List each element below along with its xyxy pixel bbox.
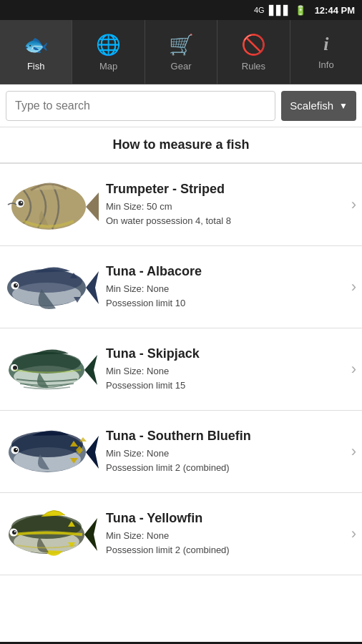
svg-point-2 — [18, 200, 23, 205]
rules-tab-icon: 🚫 — [241, 33, 266, 57]
svg-point-19 — [14, 448, 18, 452]
map-tab-icon: 🌐 — [96, 33, 121, 57]
tab-rules[interactable]: 🚫 Rules — [217, 20, 290, 84]
chevron-down-icon: ▼ — [339, 101, 348, 111]
fish-name: Trumpeter - Striped — [106, 182, 343, 197]
svg-point-8 — [14, 283, 18, 288]
fish-min-size: Min Size: None — [106, 447, 343, 461]
svg-point-26 — [14, 531, 16, 532]
list-item[interactable]: Tuna - Albacore Min Size: None Possessio… — [0, 246, 362, 328]
battery-icon: 🔋 — [295, 5, 306, 16]
fish-name: Tuna - Albacore — [106, 264, 343, 279]
svg-point-25 — [12, 530, 16, 535]
tab-info[interactable]: i Info — [290, 20, 362, 84]
fish-image-yellowfin — [0, 502, 100, 566]
fish-info-trumpeter: Trumpeter - Striped Min Size: 50 cm On w… — [100, 182, 348, 228]
fish-possession: Possession limit 10 — [106, 296, 343, 311]
list-item[interactable]: Tuna - Southern Bluefin Min Size: None P… — [0, 411, 362, 493]
list-item[interactable]: Tuna - Yellowfin Min Size: None Possessi… — [0, 493, 362, 575]
measure-banner: How to measure a fish — [0, 127, 362, 164]
dropdown-label: Scalefish — [290, 99, 333, 112]
tab-gear[interactable]: 🛒 Gear — [145, 20, 217, 84]
signal-indicator: 4G — [254, 6, 265, 14]
chevron-right-icon: › — [348, 278, 356, 296]
fish-name: Tuna - Yellowfin — [106, 511, 343, 526]
clock: 12:44 PM — [315, 5, 355, 16]
navigation-tabs: 🐟 Fish 🌐 Map 🛒 Gear 🚫 Rules i Info — [0, 20, 362, 84]
fish-info-skipjack: Tuna - Skipjack Min Size: None Possessio… — [100, 346, 348, 392]
fish-name: Tuna - Southern Bluefin — [106, 429, 343, 444]
chevron-right-icon: › — [348, 525, 356, 543]
rules-tab-label: Rules — [242, 61, 265, 72]
fish-image-trumpeter — [0, 172, 100, 237]
info-tab-icon: i — [323, 34, 328, 55]
fish-image-sbluefin — [0, 419, 100, 484]
fish-tab-icon: 🐟 — [24, 33, 49, 57]
fish-min-size: Min Size: 50 cm — [106, 200, 343, 214]
chevron-right-icon: › — [348, 442, 356, 461]
chevron-right-icon: › — [348, 195, 356, 214]
status-bar: 4G ▋▋▋ 🔋 12:44 PM — [0, 0, 362, 20]
tab-fish[interactable]: 🐟 Fish — [0, 20, 72, 84]
svg-point-6 — [11, 270, 82, 293]
fish-info-sbluefin: Tuna - Southern Bluefin Min Size: None P… — [100, 429, 348, 474]
gear-tab-label: Gear — [171, 61, 192, 72]
svg-point-14 — [13, 366, 17, 370]
search-input[interactable] — [6, 91, 275, 121]
fish-image-albacore — [0, 255, 100, 319]
svg-point-0 — [11, 184, 86, 230]
category-dropdown[interactable]: Scalefish ▼ — [281, 91, 356, 121]
fish-info-yellowfin: Tuna - Yellowfin Min Size: None Possessi… — [100, 511, 348, 557]
fish-min-size: Min Size: None — [106, 364, 343, 379]
fish-list: Trumpeter - Striped Min Size: 50 cm On w… — [0, 164, 362, 642]
svg-point-12 — [12, 352, 81, 374]
fish-tab-label: Fish — [27, 61, 45, 72]
map-tab-label: Map — [99, 61, 117, 72]
tab-map[interactable]: 🌐 Map — [72, 20, 145, 84]
fish-possession: Possession limit 2 (combined) — [106, 461, 343, 475]
fish-possession: Possession limit 2 (combined) — [106, 543, 343, 557]
list-item[interactable]: Trumpeter - Striped Min Size: 50 cm On w… — [0, 164, 362, 246]
search-bar: Scalefish ▼ — [0, 84, 362, 127]
gear-tab-icon: 🛒 — [169, 33, 194, 57]
list-item[interactable]: Tuna - Skipjack Min Size: None Possessio… — [0, 328, 362, 411]
fish-min-size: Min Size: None — [106, 529, 343, 543]
svg-point-20 — [16, 449, 17, 450]
fish-min-size: Min Size: None — [106, 282, 343, 296]
fish-name: Tuna - Skipjack — [106, 346, 343, 361]
svg-point-9 — [16, 284, 17, 286]
fish-possession: Possession limit 15 — [106, 379, 343, 393]
fish-info-albacore: Tuna - Albacore Min Size: None Possessio… — [100, 264, 348, 310]
fish-image-skipjack — [0, 337, 100, 401]
chevron-right-icon: › — [348, 360, 356, 379]
fish-possession: On water possession 4, total 8 — [106, 214, 343, 228]
info-tab-label: Info — [318, 59, 334, 70]
signal-bars-icon: ▋▋▋ — [269, 5, 290, 16]
svg-point-3 — [21, 202, 22, 203]
